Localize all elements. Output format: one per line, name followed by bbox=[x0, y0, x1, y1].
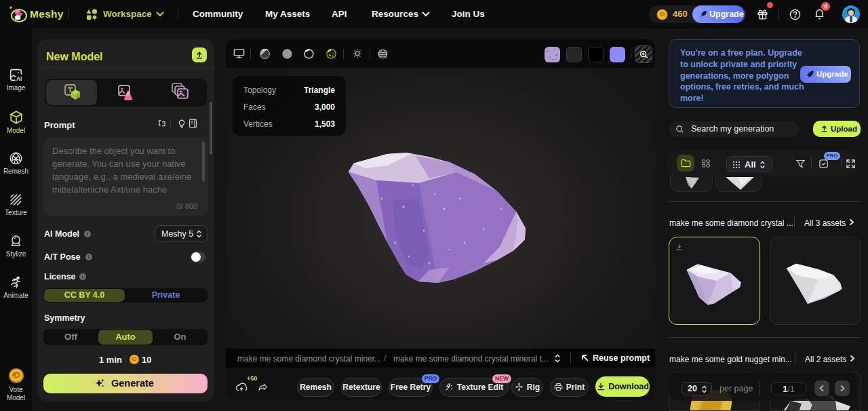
svg-text:AI: AI bbox=[16, 75, 22, 82]
